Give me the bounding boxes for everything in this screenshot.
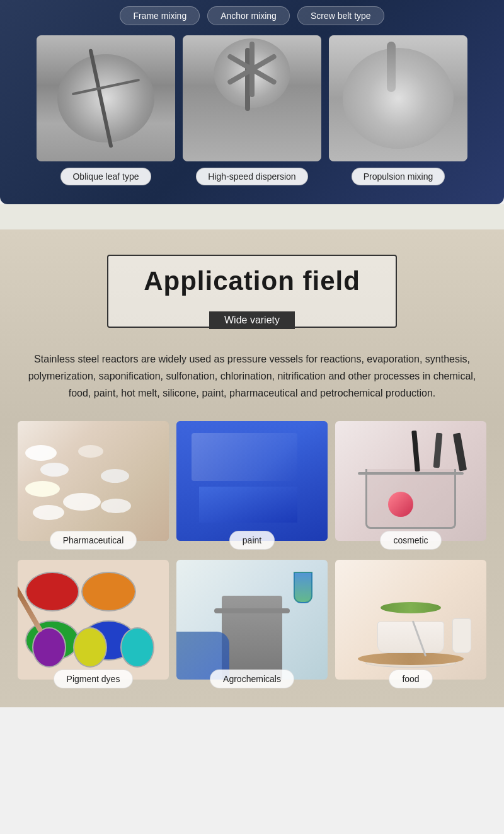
cosmetic-label: cosmetic xyxy=(380,531,441,550)
food-image xyxy=(335,560,486,680)
app-image-row-1: Pharmaceutical paint xyxy=(19,421,485,550)
cosmetic-image xyxy=(335,421,486,541)
mixing-top-labels: Frame mixing Anchor mixing Screw belt ty… xyxy=(19,6,485,25)
high-speed-label: High-speed dispersion xyxy=(196,168,307,185)
pharmaceutical-image xyxy=(18,421,169,541)
paint-card: paint xyxy=(176,421,328,550)
paint-label: paint xyxy=(229,531,275,550)
pharmaceutical-label: Pharmaceutical xyxy=(50,531,137,550)
mixing-section: Frame mixing Anchor mixing Screw belt ty… xyxy=(0,0,504,204)
application-section: Application field Wide variety Stainless… xyxy=(0,229,504,707)
application-description: Stainless steel reactors are widely used… xyxy=(25,350,479,402)
agrochemical-card: Agrochemicals xyxy=(176,560,328,688)
mixing-cards-grid: Oblique leaf type High-speed dispersion xyxy=(19,35,485,185)
high-speed-image xyxy=(183,35,321,161)
propulsion-image xyxy=(329,35,467,161)
paint-image xyxy=(176,421,328,541)
agrochemical-label: Agrochemicals xyxy=(210,669,294,688)
application-title-box: Application field Wide variety xyxy=(107,255,397,328)
oblique-image xyxy=(37,35,175,161)
pigment-card: Pigment dyes xyxy=(18,560,169,688)
cosmetic-card: cosmetic xyxy=(335,421,486,550)
food-card: food xyxy=(335,560,486,688)
oblique-card: Oblique leaf type xyxy=(37,35,175,185)
frame-mixing-btn[interactable]: Frame mixing xyxy=(120,6,200,25)
propulsion-label: Propulsion mixing xyxy=(352,168,445,185)
oblique-label: Oblique leaf type xyxy=(60,168,151,185)
screw-mixing-btn[interactable]: Screw belt type xyxy=(297,6,384,25)
section-divider xyxy=(0,204,504,229)
application-image-grid: Pharmaceutical paint xyxy=(13,421,491,688)
pharmaceutical-card: Pharmaceutical xyxy=(18,421,169,550)
anchor-mixing-btn[interactable]: Anchor mixing xyxy=(207,6,290,25)
high-speed-card: High-speed dispersion xyxy=(183,35,321,185)
propulsion-card: Propulsion mixing xyxy=(329,35,467,185)
pigment-image xyxy=(18,560,169,680)
wide-variety-badge: Wide variety xyxy=(209,311,295,329)
agrochemical-image xyxy=(176,560,328,680)
app-image-row-2: Pigment dyes Agrochemicals xyxy=(19,560,485,688)
pigment-label: Pigment dyes xyxy=(54,669,134,688)
application-title: Application field xyxy=(121,266,383,296)
food-label: food xyxy=(389,669,432,688)
